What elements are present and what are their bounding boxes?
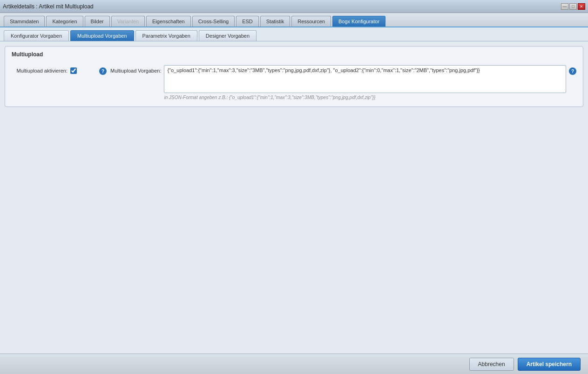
close-button[interactable]: ✕ bbox=[578, 3, 585, 10]
main-content: Stammdaten Kategorien Bilder Varianten E… bbox=[0, 13, 588, 354]
bottom-bar: Abbrechen Artikel speichern bbox=[0, 354, 588, 374]
tab-eigenschaften[interactable]: Eigenschaften bbox=[146, 16, 191, 27]
window-title: Artikeldetails : Artikel mit Multiupload bbox=[3, 3, 94, 10]
sub-tab-konfigurator-vorgaben[interactable]: Konfigurator Vorgaben bbox=[4, 30, 69, 41]
titlebar-buttons: — □ ✕ bbox=[561, 3, 585, 10]
multiupload-panel: Multiupload Multiupload aktivieren: ? Mu… bbox=[5, 46, 583, 107]
help-icon-1[interactable]: ? bbox=[99, 67, 107, 75]
minimize-button[interactable]: — bbox=[561, 3, 568, 10]
vorgaben-hint: in JSON-Format angeben z.B.: {"o_upload1… bbox=[164, 95, 566, 100]
sub-tab-designer-vorgaben[interactable]: Designer Vorgaben bbox=[199, 30, 257, 41]
panel-title: Multiupload bbox=[12, 51, 576, 60]
vorgaben-section: Multiupload Vorgaben: {"o_upload1":{"min… bbox=[110, 65, 576, 100]
tab-statistik[interactable]: Statistik bbox=[260, 16, 291, 27]
checkbox-label: Multiupload aktivieren: bbox=[12, 65, 68, 73]
vorgaben-right: {"o_upload1":{"min":1,"max":3,"size":"3M… bbox=[164, 65, 566, 100]
maximize-button[interactable]: □ bbox=[569, 3, 577, 10]
multiupload-checkbox-wrap bbox=[70, 65, 77, 74]
vorgaben-label: Multiupload Vorgaben: bbox=[110, 65, 161, 73]
tab-varianten[interactable]: Varianten bbox=[111, 16, 145, 27]
multiupload-form-row: Multiupload aktivieren: ? Multiupload Vo… bbox=[12, 65, 576, 100]
multiupload-aktivieren-checkbox[interactable] bbox=[70, 67, 77, 74]
sub-tab-parametrix-vorgaben[interactable]: Parametrix Vorgaben bbox=[135, 30, 197, 41]
nav-tabs: Stammdaten Kategorien Bilder Varianten E… bbox=[0, 13, 588, 27]
tab-bogx-konfigurator[interactable]: Bogx Konfigurator bbox=[332, 16, 385, 27]
help-icon-2[interactable]: ? bbox=[569, 67, 576, 75]
save-button[interactable]: Artikel speichern bbox=[518, 358, 581, 371]
vorgaben-textarea[interactable]: {"o_upload1":{"min":1,"max":3,"size":"3M… bbox=[164, 65, 566, 93]
sub-tabs: Konfigurator Vorgaben Multiupload Vorgab… bbox=[0, 27, 588, 41]
tab-esd[interactable]: ESD bbox=[236, 16, 259, 27]
tab-ressourcen[interactable]: Ressourcen bbox=[291, 16, 331, 27]
panel-area: Multiupload Multiupload aktivieren: ? Mu… bbox=[0, 41, 588, 354]
tab-stammdaten[interactable]: Stammdaten bbox=[4, 16, 45, 27]
titlebar: Artikeldetails : Artikel mit Multiupload… bbox=[0, 0, 588, 13]
tab-kategorien[interactable]: Kategorien bbox=[46, 16, 83, 27]
cancel-button[interactable]: Abbrechen bbox=[469, 358, 514, 371]
tab-bilder[interactable]: Bilder bbox=[85, 16, 110, 27]
sub-tab-multiupload-vorgaben[interactable]: Multiupload Vorgaben bbox=[70, 30, 134, 41]
tab-cross-selling[interactable]: Cross-Selling bbox=[192, 16, 235, 27]
